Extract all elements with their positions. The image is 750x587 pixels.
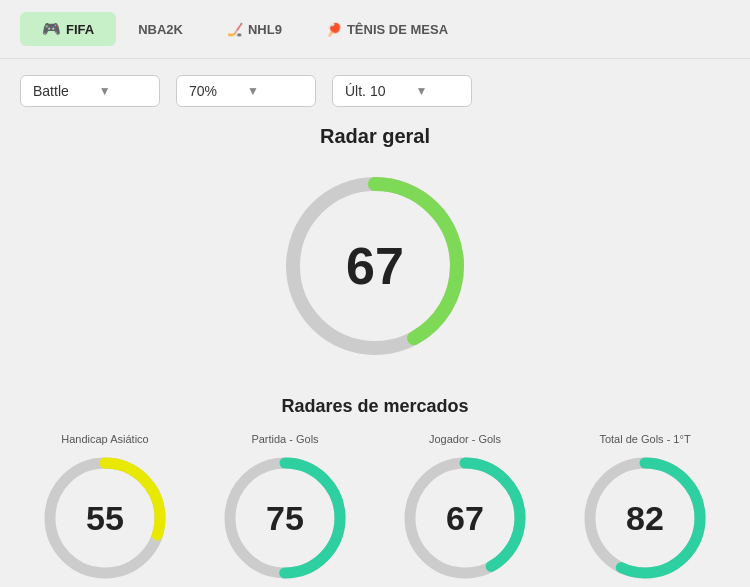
filter-type-value: Battle <box>33 83 69 99</box>
market-radars-grid: Handicap Asiático 55 Partida - Gols <box>20 433 730 583</box>
market-label-handicap: Handicap Asiático <box>61 433 148 445</box>
radar-geral-value: 67 <box>346 236 404 296</box>
filter-type[interactable]: Battle ▼ <box>20 75 160 107</box>
nhl-icon: 🏒 <box>227 22 243 37</box>
market-radars-section: Radares de mercados Handicap Asiático 55… <box>20 396 730 583</box>
chevron-down-icon-2: ▼ <box>247 84 259 98</box>
market-label-total: Total de Gols - 1°T <box>599 433 690 445</box>
market-item-handicap: Handicap Asiático 55 <box>40 433 170 583</box>
gauge-total: 82 <box>580 453 710 583</box>
market-value-handicap: 55 <box>86 499 124 538</box>
gauge-jogador: 67 <box>400 453 530 583</box>
filter-percent[interactable]: 70% ▼ <box>176 75 316 107</box>
tab-nba2k-label: NBA2K <box>138 22 183 37</box>
tab-fifa-label: FIFA <box>66 22 94 37</box>
filters-row: Battle ▼ 70% ▼ Últ. 10 ▼ <box>0 59 750 115</box>
market-value-partida: 75 <box>266 499 304 538</box>
chevron-down-icon: ▼ <box>99 84 111 98</box>
market-item-total: Total de Gols - 1°T 82 <box>580 433 710 583</box>
tab-nhl-label: NHL9 <box>248 22 282 37</box>
filter-last[interactable]: Últ. 10 ▼ <box>332 75 472 107</box>
market-label-jogador: Jogador - Gols <box>429 433 501 445</box>
tab-tenis[interactable]: 🏓 TÊNIS DE MESA <box>304 14 470 45</box>
gauge-partida: 75 <box>220 453 350 583</box>
filter-last-value: Últ. 10 <box>345 83 385 99</box>
tab-fifa[interactable]: 🎮 FIFA <box>20 12 116 46</box>
chevron-down-icon-3: ▼ <box>415 84 427 98</box>
main-content: Radar geral 67 Radares de mercados Handi… <box>0 115 750 587</box>
market-value-total: 82 <box>626 499 664 538</box>
fifa-icon: 🎮 <box>42 20 61 38</box>
market-item-partida: Partida - Gols 75 <box>220 433 350 583</box>
tenis-icon: 🏓 <box>326 22 342 37</box>
market-radars-title: Radares de mercados <box>20 396 730 417</box>
radar-geral-title: Radar geral <box>320 125 430 148</box>
market-value-jogador: 67 <box>446 499 484 538</box>
market-label-partida: Partida - Gols <box>251 433 318 445</box>
top-navigation: 🎮 FIFA NBA2K 🏒 NHL9 🏓 TÊNIS DE MESA <box>0 0 750 59</box>
tab-tenis-label: TÊNIS DE MESA <box>347 22 448 37</box>
gauge-handicap: 55 <box>40 453 170 583</box>
filter-percent-value: 70% <box>189 83 217 99</box>
radar-geral-gauge: 67 <box>275 166 475 366</box>
tab-nba2k[interactable]: NBA2K <box>116 14 205 45</box>
market-item-jogador: Jogador - Gols 67 <box>400 433 530 583</box>
tab-nhl[interactable]: 🏒 NHL9 <box>205 14 304 45</box>
